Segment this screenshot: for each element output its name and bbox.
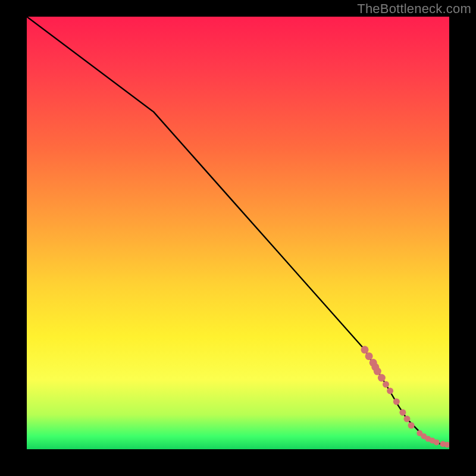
scatter-point	[374, 368, 381, 375]
scatter-point	[399, 409, 406, 416]
plot-overlay	[27, 17, 449, 449]
scatter-point	[361, 346, 369, 353]
scatter-point	[383, 381, 389, 388]
scatter-point	[404, 416, 411, 422]
curve-line	[27, 17, 449, 445]
watermark-text: TheBottleneck.com	[357, 1, 471, 17]
chart-frame: TheBottleneck.com	[0, 0, 476, 476]
scatter-point	[408, 422, 415, 429]
scatter-point	[434, 439, 440, 445]
scatter-tail	[361, 346, 450, 447]
scatter-point	[393, 399, 400, 405]
plot-area	[27, 17, 449, 449]
scatter-point	[378, 374, 386, 382]
scatter-point	[387, 387, 393, 394]
scatter-point	[365, 352, 373, 360]
